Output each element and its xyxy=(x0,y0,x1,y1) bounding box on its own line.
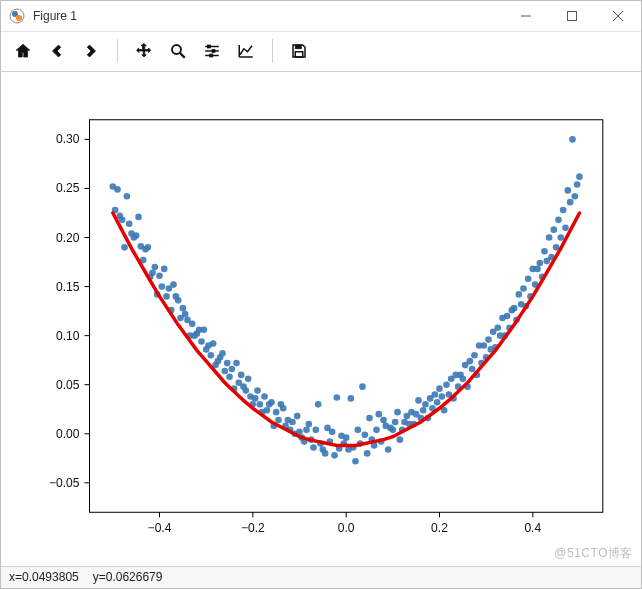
axes-frame xyxy=(90,119,603,512)
home-icon xyxy=(14,42,32,60)
svg-point-185 xyxy=(471,352,478,359)
svg-point-81 xyxy=(229,365,236,372)
fit-curve xyxy=(113,213,580,446)
axes-icon xyxy=(237,42,255,60)
svg-point-229 xyxy=(574,181,581,188)
titlebar: Figure 1 xyxy=(1,1,641,32)
status-x: x=0.0493805 xyxy=(9,570,79,584)
svg-point-124 xyxy=(329,428,336,435)
home-button[interactable] xyxy=(7,35,39,67)
close-button[interactable] xyxy=(595,1,641,31)
plot-area[interactable]: −0.4−0.20.00.20.4−0.050.000.050.100.150.… xyxy=(1,72,641,566)
svg-point-48 xyxy=(152,263,159,270)
svg-point-52 xyxy=(161,265,168,272)
svg-point-51 xyxy=(159,283,166,290)
svg-point-93 xyxy=(257,401,264,408)
xtick-label: −0.4 xyxy=(148,521,172,535)
xtick-label: 0.4 xyxy=(524,521,541,535)
scatter-series xyxy=(110,136,583,465)
svg-point-168 xyxy=(431,391,438,398)
svg-point-152 xyxy=(394,409,401,416)
figure-window: Figure 1 −0.4−0.20.00.20.4−0.050.000.050… xyxy=(0,0,642,589)
back-icon xyxy=(48,42,66,60)
svg-point-151 xyxy=(392,418,399,425)
svg-point-222 xyxy=(557,234,564,241)
svg-point-77 xyxy=(219,350,226,357)
svg-point-230 xyxy=(576,173,583,180)
svg-point-150 xyxy=(390,426,397,433)
svg-point-180 xyxy=(459,375,466,382)
svg-point-2 xyxy=(16,15,22,21)
svg-point-173 xyxy=(443,381,450,388)
app-icon xyxy=(9,8,25,24)
subplots-icon xyxy=(203,42,221,60)
svg-rect-15 xyxy=(295,45,301,49)
svg-point-114 xyxy=(306,420,313,427)
svg-point-138 xyxy=(362,431,369,438)
svg-point-212 xyxy=(534,265,541,272)
svg-point-130 xyxy=(343,434,350,441)
svg-point-80 xyxy=(226,373,233,380)
svg-point-189 xyxy=(480,342,487,349)
svg-point-125 xyxy=(331,452,338,459)
svg-point-144 xyxy=(376,410,383,417)
svg-point-153 xyxy=(397,436,404,443)
svg-point-137 xyxy=(359,383,366,390)
svg-point-191 xyxy=(485,336,492,343)
svg-point-87 xyxy=(243,387,250,394)
svg-rect-13 xyxy=(212,50,215,53)
ytick-label: 0.00 xyxy=(56,426,80,440)
xtick-label: −0.2 xyxy=(241,521,265,535)
svg-point-98 xyxy=(268,399,275,406)
pan-button[interactable] xyxy=(128,35,160,67)
window-title: Figure 1 xyxy=(33,9,77,23)
xtick-label: 0.0 xyxy=(338,521,355,535)
svg-point-199 xyxy=(504,312,511,319)
svg-point-161 xyxy=(415,397,422,404)
svg-point-226 xyxy=(567,199,574,206)
svg-point-206 xyxy=(520,285,527,292)
svg-point-202 xyxy=(511,304,518,311)
svg-point-204 xyxy=(515,291,522,298)
save-icon xyxy=(290,42,308,60)
svg-point-73 xyxy=(210,340,217,347)
svg-point-69 xyxy=(201,326,208,333)
pan-icon xyxy=(135,42,153,60)
svg-point-140 xyxy=(366,414,373,421)
ytick-label: 0.30 xyxy=(56,132,80,146)
svg-point-68 xyxy=(198,338,205,345)
svg-point-56 xyxy=(170,281,177,288)
minimize-button[interactable] xyxy=(503,1,549,31)
ytick-label: 0.20 xyxy=(56,230,80,244)
svg-point-143 xyxy=(373,426,380,433)
forward-button[interactable] xyxy=(75,35,107,67)
svg-point-227 xyxy=(569,136,576,143)
svg-point-34 xyxy=(119,216,126,223)
svg-point-72 xyxy=(208,352,215,359)
svg-point-47 xyxy=(149,269,156,276)
svg-point-32 xyxy=(114,186,121,193)
ytick-label: −0.05 xyxy=(49,476,80,490)
svg-point-41 xyxy=(135,213,142,220)
ytick-label: 0.10 xyxy=(56,328,80,342)
back-button[interactable] xyxy=(41,35,73,67)
svg-point-117 xyxy=(313,426,320,433)
plot-canvas[interactable]: −0.4−0.20.00.20.4−0.050.000.050.100.150.… xyxy=(9,78,633,564)
subplots-button[interactable] xyxy=(196,35,228,67)
svg-point-88 xyxy=(245,375,252,382)
maximize-button[interactable] xyxy=(549,1,595,31)
svg-rect-16 xyxy=(295,52,303,57)
axes-button[interactable] xyxy=(230,35,262,67)
svg-point-184 xyxy=(469,365,476,372)
svg-point-221 xyxy=(555,216,562,223)
svg-point-219 xyxy=(550,226,557,233)
svg-point-61 xyxy=(182,310,189,317)
svg-point-107 xyxy=(289,418,296,425)
svg-point-109 xyxy=(294,412,301,419)
svg-point-92 xyxy=(254,387,261,394)
svg-point-101 xyxy=(275,416,282,423)
svg-point-50 xyxy=(156,272,163,279)
zoom-button[interactable] xyxy=(162,35,194,67)
svg-point-36 xyxy=(124,193,131,200)
save-button[interactable] xyxy=(283,35,315,67)
